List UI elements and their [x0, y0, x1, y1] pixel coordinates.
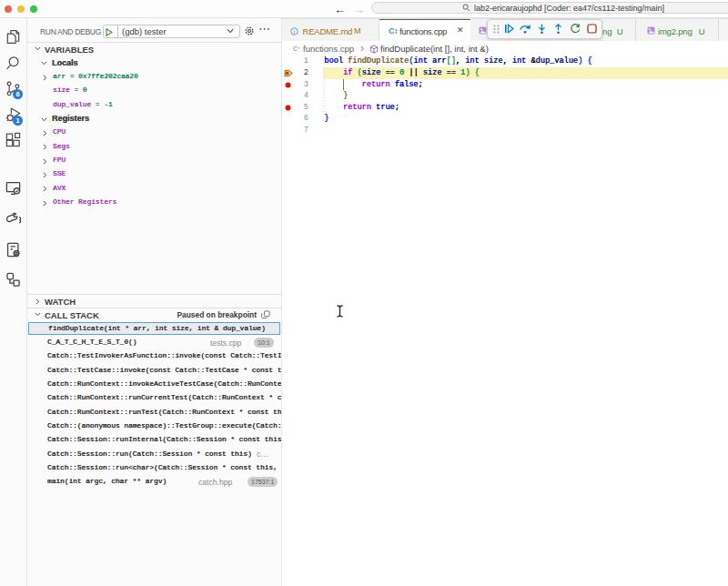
svg-text:C: C [389, 26, 395, 35]
svg-text:i: i [293, 27, 295, 34]
svg-text:C: C [293, 45, 298, 52]
